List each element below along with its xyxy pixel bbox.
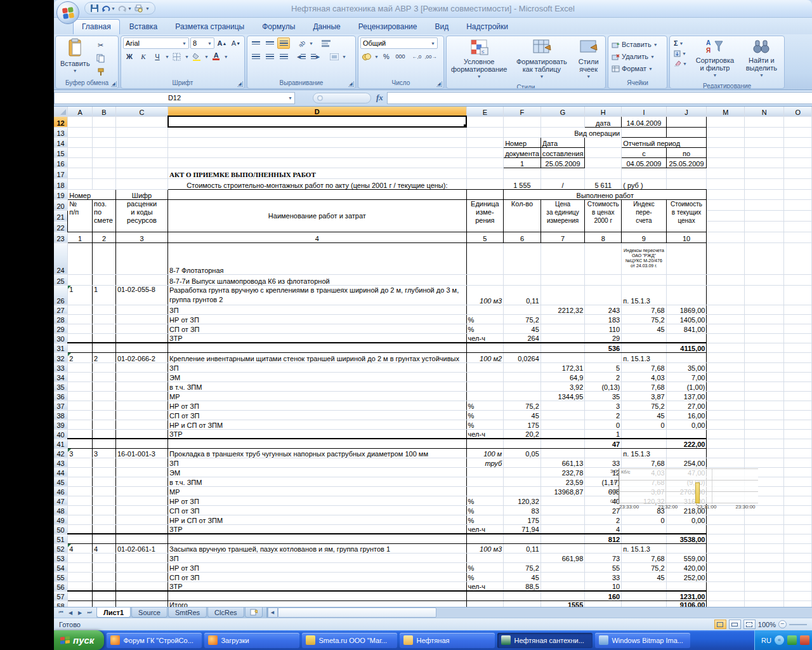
cell-G32[interactable]	[540, 352, 585, 362]
cell-B15[interactable]	[93, 147, 116, 157]
cell-B51[interactable]	[93, 534, 116, 543]
cell-G35[interactable]: 3,92	[540, 381, 585, 391]
cell-E58[interactable]	[466, 600, 504, 607]
cell-M54[interactable]	[707, 562, 745, 572]
cell-M52[interactable]	[707, 543, 745, 553]
cell-I17[interactable]	[622, 168, 666, 178]
cell-J13[interactable]	[666, 127, 707, 137]
cell-B40[interactable]	[93, 429, 116, 439]
cell-A44[interactable]	[68, 467, 93, 477]
office-button[interactable]	[56, 1, 79, 24]
cell-G56[interactable]	[540, 581, 585, 591]
cell-J42[interactable]	[666, 448, 707, 458]
row-header-43[interactable]: 43	[54, 458, 68, 467]
cell-E24[interactable]	[466, 242, 504, 274]
tray-green-icon[interactable]	[787, 635, 797, 645]
cell-H12[interactable]: дата	[585, 116, 622, 127]
cell-J54[interactable]: 420,00	[666, 562, 707, 572]
cell-I53[interactable]: 7,68	[622, 553, 666, 562]
find-select-button[interactable]: Найти и выделить ▼	[741, 37, 782, 81]
cell-A17[interactable]	[68, 168, 93, 178]
cell-A32[interactable]: 2	[68, 352, 93, 362]
row-header-41[interactable]: 41	[54, 439, 68, 448]
cell-D40[interactable]: ЗТР	[168, 429, 467, 439]
cell-D19[interactable]	[168, 189, 467, 199]
cell-E57[interactable]	[466, 591, 504, 600]
column-header-O[interactable]: O	[784, 107, 812, 116]
row-header-50[interactable]: 50	[54, 524, 68, 534]
cell-A56[interactable]	[68, 581, 93, 591]
cell-E41[interactable]	[466, 439, 504, 448]
cell-M25[interactable]	[707, 274, 745, 285]
cell-M13[interactable]	[707, 127, 745, 137]
cell-B32[interactable]: 2	[93, 352, 116, 362]
cell-F38[interactable]: 45	[504, 410, 541, 420]
cell-A27[interactable]	[68, 305, 93, 314]
start-button[interactable]: пуск	[54, 630, 104, 650]
cell-G29[interactable]	[540, 324, 585, 333]
cell-B13[interactable]	[93, 127, 116, 137]
row-header-47[interactable]: 47	[54, 496, 68, 505]
cell-M57[interactable]	[707, 591, 745, 600]
cell-D48[interactable]: СП от ЗП	[168, 505, 467, 515]
cell-H23[interactable]: 8	[585, 232, 622, 242]
row-header-40[interactable]: 40	[54, 429, 68, 439]
cell-F19[interactable]: Выполнено работ	[504, 189, 707, 199]
cell-E44[interactable]	[466, 467, 504, 477]
cell-N38[interactable]	[745, 410, 784, 420]
cell-N50[interactable]	[745, 524, 784, 534]
column-header-E[interactable]: E	[466, 107, 504, 116]
cell-N53[interactable]	[745, 553, 784, 562]
cell-A58[interactable]	[68, 600, 93, 607]
row-header-53[interactable]: 53	[54, 553, 68, 562]
increase-indent-button[interactable]: ▶	[309, 51, 322, 62]
cell-F56[interactable]: 88,5	[504, 581, 541, 591]
cell-J40[interactable]	[666, 429, 707, 439]
cell-B54[interactable]	[93, 562, 116, 572]
cell-J23[interactable]: 10	[666, 232, 707, 242]
font-color-button[interactable]: A	[210, 51, 223, 62]
cell-F12[interactable]	[504, 116, 541, 127]
increase-decimal-button[interactable]: ←,0	[410, 51, 423, 62]
cell-E28[interactable]: %	[466, 314, 504, 324]
cell-J26[interactable]	[666, 285, 707, 305]
cell-C30[interactable]	[115, 333, 167, 343]
cell-H54[interactable]: 55	[585, 562, 622, 572]
cell-I57[interactable]	[622, 591, 666, 600]
cell-J38[interactable]: 16,00	[666, 410, 707, 420]
cell-E14[interactable]	[466, 137, 504, 147]
cell-A37[interactable]	[68, 401, 93, 410]
cell-G49[interactable]	[540, 515, 585, 524]
sheet-tab-SmtRes[interactable]: SmtRes	[168, 607, 207, 618]
cell-G48[interactable]	[540, 505, 585, 515]
cell-F33[interactable]	[504, 362, 541, 372]
cell-A12[interactable]	[68, 116, 93, 127]
cell-E19[interactable]	[466, 189, 504, 199]
align-bottom-button[interactable]	[277, 37, 290, 49]
cell-M21[interactable]	[707, 210, 745, 221]
cell-F52[interactable]: 0,11	[504, 543, 541, 553]
cell-J34[interactable]: 7,00	[666, 372, 707, 381]
cell-E42[interactable]: 100 м	[466, 448, 504, 458]
cell-H25[interactable]	[585, 274, 622, 285]
cell-I37[interactable]: 75,2	[622, 401, 666, 410]
cell-D38[interactable]: СП от ЗП	[168, 410, 467, 420]
cell-N51[interactable]	[745, 534, 784, 543]
cell-I23[interactable]: 9	[622, 232, 666, 242]
copy-button[interactable]	[95, 53, 107, 64]
cell-J41[interactable]: 222,00	[666, 439, 707, 448]
cell-C44[interactable]	[115, 467, 167, 477]
format-as-table-button[interactable]: Форматировать как таблицу ▼	[511, 37, 572, 82]
cell-M14[interactable]	[707, 137, 745, 147]
ribbon-tab-Данные[interactable]: Данные	[304, 20, 348, 34]
cell-A13[interactable]	[68, 127, 93, 137]
cell-E43[interactable]: труб	[466, 458, 504, 467]
cell-G41[interactable]	[540, 439, 585, 448]
accounting-dropdown-icon[interactable]: ▼	[374, 55, 379, 59]
cell-I25[interactable]	[622, 274, 666, 285]
cell-G27[interactable]: 2212,32	[540, 305, 585, 314]
cell-G14[interactable]: Дата	[540, 137, 585, 147]
taskbar-button[interactable]: Нефтяная	[400, 633, 495, 648]
cell-N17[interactable]	[745, 168, 784, 178]
row-header-38[interactable]: 38	[54, 410, 68, 420]
